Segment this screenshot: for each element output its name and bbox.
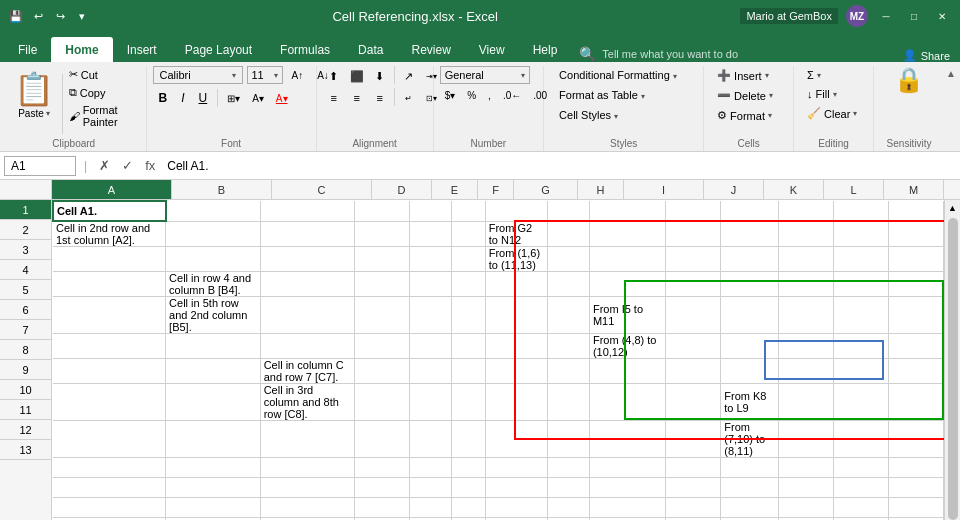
cell-f10[interactable] <box>452 458 485 478</box>
cell-c12[interactable] <box>260 498 355 518</box>
cell-i7[interactable] <box>589 359 665 384</box>
cell-l9[interactable] <box>778 421 833 458</box>
cell-m10[interactable] <box>833 458 888 478</box>
align-right-button[interactable]: ≡ <box>369 88 391 108</box>
fill-color-button[interactable]: A▾ <box>247 91 269 106</box>
scroll-thumb[interactable] <box>948 218 958 520</box>
row-header-13[interactable]: 13 <box>0 440 51 460</box>
cell-k11[interactable] <box>721 478 779 498</box>
cell-a10[interactable] <box>53 458 166 478</box>
cell-b5[interactable]: Cell in 5th row and 2nd column [B5]. <box>166 297 261 334</box>
format-as-table-button[interactable]: Format as Table ▾ <box>550 86 654 104</box>
cell-i12[interactable] <box>589 498 665 518</box>
col-header-h[interactable]: H <box>578 180 624 199</box>
cell-g11[interactable] <box>485 478 547 498</box>
cell-c3[interactable] <box>260 247 355 272</box>
cell-k4[interactable] <box>721 272 779 297</box>
redo-icon[interactable]: ↪ <box>52 8 68 24</box>
cell-f6[interactable] <box>452 334 485 359</box>
cell-g1[interactable] <box>485 201 547 221</box>
cell-l12[interactable] <box>778 498 833 518</box>
cell-h3[interactable] <box>547 247 589 272</box>
number-format-dropdown[interactable]: General▾ <box>440 66 530 84</box>
cell-i9[interactable] <box>589 421 665 458</box>
cell-g9[interactable] <box>485 421 547 458</box>
col-header-i[interactable]: I <box>624 180 704 199</box>
cell-d9[interactable] <box>355 421 410 458</box>
cell-n8[interactable] <box>888 384 943 421</box>
cell-i4[interactable] <box>589 272 665 297</box>
cell-n4[interactable] <box>888 272 943 297</box>
tab-review[interactable]: Review <box>397 37 464 62</box>
cell-b7[interactable] <box>166 359 261 384</box>
cell-b10[interactable] <box>166 458 261 478</box>
cell-l10[interactable] <box>778 458 833 478</box>
cell-m2[interactable] <box>833 221 888 247</box>
cell-a7[interactable] <box>53 359 166 384</box>
cell-e1[interactable] <box>410 201 452 221</box>
cell-c4[interactable] <box>260 272 355 297</box>
tab-insert[interactable]: Insert <box>113 37 171 62</box>
col-header-n[interactable]: N <box>944 180 960 199</box>
cell-e2[interactable] <box>410 221 452 247</box>
cell-f2[interactable] <box>452 221 485 247</box>
cell-h4[interactable] <box>547 272 589 297</box>
cell-j8[interactable] <box>666 384 721 421</box>
close-button[interactable]: ✕ <box>932 6 952 26</box>
col-header-m[interactable]: M <box>884 180 944 199</box>
cell-a5[interactable] <box>53 297 166 334</box>
confirm-formula-button[interactable]: ✓ <box>118 156 137 175</box>
percent-button[interactable]: % <box>462 88 481 103</box>
row-header-11[interactable]: 11 <box>0 400 51 420</box>
vertical-scrollbar[interactable]: ▲ ▼ <box>944 200 960 520</box>
cell-a4[interactable] <box>53 272 166 297</box>
cell-a2[interactable]: Cell in 2nd row and 1st column [A2]. <box>53 221 166 247</box>
align-bottom-button[interactable]: ⬇ <box>369 66 391 86</box>
cell-b11[interactable] <box>166 478 261 498</box>
copy-button[interactable]: ⧉Copy <box>65 84 140 101</box>
cell-f3[interactable] <box>452 247 485 272</box>
cell-c9[interactable] <box>260 421 355 458</box>
col-header-b[interactable]: B <box>172 180 272 199</box>
cell-l8[interactable] <box>778 384 833 421</box>
currency-button[interactable]: $▾ <box>440 88 461 103</box>
row-header-3[interactable]: 3 <box>0 240 51 260</box>
cell-g3[interactable]: From (1,6) to (11,13) <box>485 247 547 272</box>
font-size-dropdown[interactable]: 11▾ <box>247 66 283 84</box>
cell-e11[interactable] <box>410 478 452 498</box>
cancel-formula-button[interactable]: ✗ <box>95 156 114 175</box>
cell-b9[interactable] <box>166 421 261 458</box>
cell-n2[interactable] <box>888 221 943 247</box>
row-header-2[interactable]: 2 <box>0 220 51 240</box>
cell-j2[interactable] <box>666 221 721 247</box>
cell-g12[interactable] <box>485 498 547 518</box>
cell-b3[interactable] <box>166 247 261 272</box>
cell-j5[interactable] <box>666 297 721 334</box>
cell-n12[interactable] <box>888 498 943 518</box>
cell-a3[interactable] <box>53 247 166 272</box>
cell-j11[interactable] <box>666 478 721 498</box>
cell-a12[interactable] <box>53 498 166 518</box>
cell-a11[interactable] <box>53 478 166 498</box>
fill-button[interactable]: ↓Fill▾ <box>800 85 844 103</box>
cell-g7[interactable] <box>485 359 547 384</box>
cell-l1[interactable] <box>778 201 833 221</box>
tab-data[interactable]: Data <box>344 37 397 62</box>
col-header-k[interactable]: K <box>764 180 824 199</box>
cell-m12[interactable] <box>833 498 888 518</box>
clear-button[interactable]: 🧹Clear▾ <box>800 104 864 123</box>
cell-g4[interactable] <box>485 272 547 297</box>
cell-g5[interactable] <box>485 297 547 334</box>
delete-button[interactable]: ➖Delete▾ <box>710 86 780 105</box>
cell-a9[interactable] <box>53 421 166 458</box>
col-header-d[interactable]: D <box>372 180 432 199</box>
cell-e6[interactable] <box>410 334 452 359</box>
cell-b4[interactable]: Cell in row 4 and column B [B4]. <box>166 272 261 297</box>
cell-k10[interactable] <box>721 458 779 478</box>
cell-f5[interactable] <box>452 297 485 334</box>
cell-k12[interactable] <box>721 498 779 518</box>
col-header-f[interactable]: F <box>478 180 514 199</box>
cell-f9[interactable] <box>452 421 485 458</box>
restore-button[interactable]: □ <box>904 6 924 26</box>
cell-h12[interactable] <box>547 498 589 518</box>
